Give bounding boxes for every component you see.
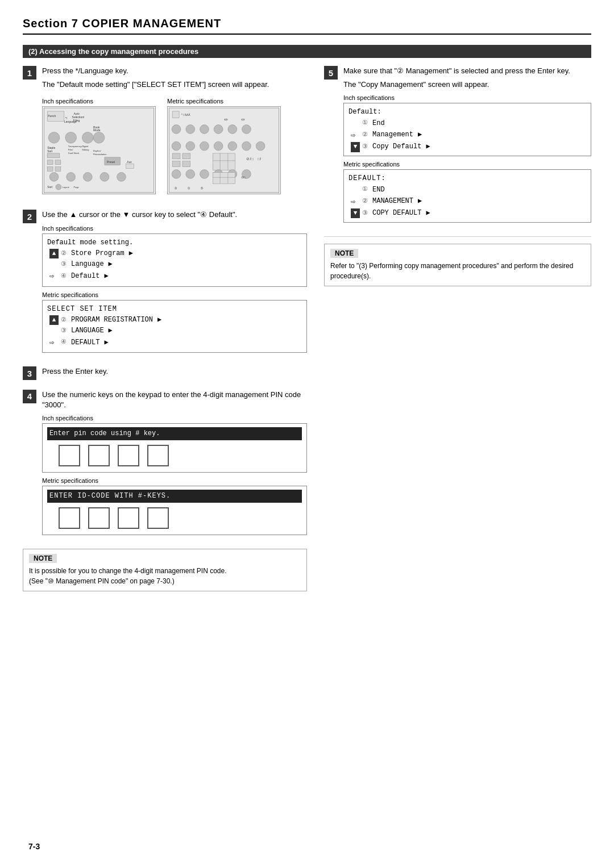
svg-text:Card Stock: Card Stock [68, 152, 80, 155]
svg-text:⊘/□: ⊘/□ [246, 157, 254, 161]
step-4-inch: Inch specifications Enter pin code using… [42, 415, 307, 473]
right-inch-line-1: ① End [349, 118, 586, 129]
note-bottom-text1: It is possible for you to change the 4-d… [29, 566, 301, 576]
step-1-number: 1 [23, 66, 36, 80]
svg-rect-61 [172, 161, 180, 167]
step-4-metric: Metric specifications ENTER ID-CODE WITH… [42, 477, 307, 535]
pin-boxes-metric [59, 507, 302, 529]
step-4-content: Use the numeric keys on the keypad to en… [42, 390, 307, 540]
step-1-text2: The "Default mode setting" ["SELECT SET … [42, 80, 307, 90]
svg-text:Staple: Staple [47, 147, 55, 149]
step-2-content: Use the ▲ cursor or the ▼ cursor key to … [42, 210, 307, 357]
step-1: 1 Press the */Language key. The "Default… [23, 66, 307, 201]
note-bottom-text2: (See "⑩ Management PIN code" on page 7-3… [29, 576, 301, 586]
main-content: 1 Press the */Language key. The "Default… [23, 66, 591, 591]
svg-text:Mode: Mode [93, 130, 101, 132]
left-column: 1 Press the */Language key. The "Default… [23, 66, 307, 591]
svg-point-32 [83, 173, 92, 182]
step-3: 3 Press the Enter key. [23, 366, 307, 380]
page-header: Section 7 COPIER MANAGEMENT [23, 17, 591, 35]
note-right: NOTE Refer to "(3) Performing copy manag… [324, 244, 591, 286]
step-4-text1: Use the numeric keys on the keypad to en… [42, 390, 307, 410]
right-metric-line-2: ⇨ ② MANAGEMENT ▶ [349, 195, 586, 208]
section-subheader: (2) Accessing the copy management proced… [23, 45, 591, 58]
step-2-number: 2 [23, 210, 36, 223]
svg-text:Punch: Punch [48, 115, 56, 118]
pin-box-m3 [118, 507, 139, 529]
svg-text:Page: Page [74, 186, 80, 189]
svg-text:Book: Book [93, 126, 100, 129]
step-5-content: Make sure that "② Management" is selecte… [343, 66, 591, 227]
step-5-metric-screen: DEFAULT: ① END ⇨ ② MANAGEMENT ▶ [343, 169, 591, 223]
metric-screen-line-2: ③ LANGUAGE ▶ [47, 326, 302, 336]
svg-point-54 [200, 142, 209, 151]
pin-box-m2 [88, 507, 110, 529]
step-2-inch-screen: Default mode setting. ▲ ② Store Program … [42, 233, 307, 287]
svg-text:⇔: ⇔ [241, 117, 245, 122]
step-4: 4 Use the numeric keys on the keypad to … [23, 390, 307, 540]
page-number: 7-3 [28, 842, 40, 851]
note-right-header: NOTE [330, 249, 358, 258]
step-1-text1: Press the */Language key. [42, 66, 307, 76]
svg-text:Selection/: Selection/ [72, 116, 85, 119]
svg-point-53 [186, 142, 195, 151]
svg-point-30 [49, 173, 59, 182]
metric-screen-line-3: ⇨ ④ DEFAULT ▶ [47, 336, 302, 349]
svg-rect-24 [47, 167, 53, 172]
svg-rect-25 [55, 167, 61, 172]
svg-point-52 [172, 142, 181, 151]
svg-point-49 [242, 125, 251, 134]
step-5: 5 Make sure that "② Management" is selec… [324, 66, 591, 227]
svg-point-46 [200, 125, 209, 134]
svg-rect-42 [172, 111, 179, 118]
note-bottom: NOTE It is possible for you to change th… [23, 549, 307, 591]
step-5-inch-screen: Default: ① End ⇨ ② Management ▶ [343, 103, 591, 156]
svg-text:⇔: ⇔ [224, 117, 228, 122]
svg-text:Preset: Preset [107, 161, 115, 164]
inch-screen-title: Enter pin code using # key. [47, 427, 302, 440]
svg-text:⊘/↓: ⊘/↓ [241, 176, 247, 180]
metric-spec-panel: Metric specifications * / AAÄ [167, 93, 281, 196]
svg-point-33 [100, 173, 109, 182]
inch-copier-svg: Punch Auto Selection/ Filing */ Language [42, 106, 156, 194]
step-3-content: Press the Enter key. [42, 366, 307, 380]
svg-rect-75 [213, 173, 235, 184]
svg-point-70 [186, 170, 195, 179]
right-column: 5 Make sure that "② Management" is selec… [324, 66, 591, 591]
pin-boxes-inch [59, 445, 302, 466]
svg-point-55 [214, 142, 223, 151]
right-divider [324, 236, 591, 237]
svg-text:Duplex/: Duplex/ [93, 149, 101, 152]
svg-point-69 [172, 170, 181, 179]
step-3-number: 3 [23, 366, 36, 380]
svg-point-57 [242, 142, 251, 151]
step-2-inch: Inch specifications Default mode setting… [42, 225, 307, 287]
step-2: 2 Use the ▲ cursor or the ▼ cursor key t… [23, 210, 307, 357]
note-bottom-header: NOTE [29, 554, 57, 563]
step-3-text: Press the Enter key. [42, 366, 307, 377]
pin-box-m4 [147, 507, 169, 529]
svg-text:Layout: Layout [63, 186, 70, 189]
svg-text:* / AAÄ: * / AAÄ [181, 113, 190, 116]
step-2-metric: Metric specifications SELECT SET ITEM ▲ … [42, 291, 307, 353]
svg-text:Transparency: Transparency [68, 145, 82, 148]
svg-text:Film/: Film/ [68, 148, 73, 151]
step-5-number: 5 [324, 66, 338, 80]
svg-point-8 [48, 132, 60, 144]
svg-point-58 [256, 142, 265, 151]
svg-text:□/: □/ [258, 157, 261, 161]
svg-point-56 [228, 142, 237, 151]
step-5-metric: Metric specifications DEFAULT: ① END ⇨ ②… [343, 161, 591, 223]
step-2-text: Use the ▲ cursor or the ▼ cursor key to … [42, 210, 307, 220]
metric-screen-line-1: ▲ ② PROGRAM REGISTRATION ▶ [47, 315, 302, 326]
note-right-text: Refer to "(3) Performing copy management… [330, 261, 585, 281]
svg-text:Retranslation: Retranslation [93, 153, 106, 156]
svg-text:Auto: Auto [74, 112, 80, 115]
metric-copier-svg: * / AAÄ ⇔ ⇔ [167, 106, 281, 194]
svg-point-13 [93, 132, 105, 144]
pin-box-1 [59, 445, 80, 466]
right-inch-line-3: ▼ ③ Copy Default ▶ [349, 141, 586, 152]
step-5-inch: Inch specifications Default: ① End ⇨ ② M… [343, 94, 591, 156]
svg-point-10 [82, 132, 93, 144]
svg-point-45 [186, 125, 195, 134]
